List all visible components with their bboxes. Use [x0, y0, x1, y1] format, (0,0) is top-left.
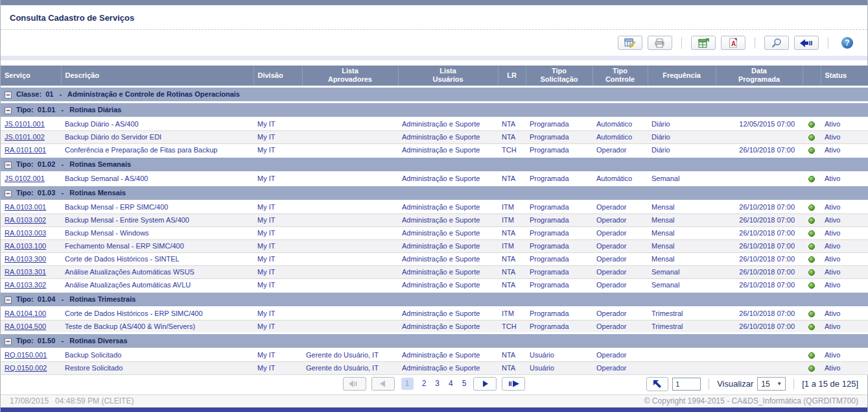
- cell-divisao: My IT: [253, 172, 302, 185]
- back-button[interactable]: [794, 36, 819, 50]
- service-link[interactable]: RA.0103.002: [5, 216, 46, 224]
- next-page-button[interactable]: [473, 377, 497, 391]
- help-button[interactable]: ?: [841, 37, 853, 49]
- cell-frequencia: Mensal: [648, 213, 716, 226]
- page-link[interactable]: 2: [422, 379, 427, 388]
- page-size-select[interactable]: 15 ▼: [757, 377, 786, 391]
- cell-aprovadores: [302, 213, 398, 226]
- last-page-button[interactable]: [502, 377, 525, 391]
- cell-aprovadores: [302, 200, 398, 213]
- cell-lr: TCH: [498, 320, 526, 333]
- service-link[interactable]: RA.0101.001: [5, 146, 46, 154]
- service-link[interactable]: JS.0102.001: [5, 175, 45, 182]
- service-link[interactable]: RA.0103.300: [5, 255, 46, 263]
- service-link[interactable]: RA.0104.100: [5, 309, 46, 317]
- column-header: Lista Aprovadores: [302, 66, 398, 86]
- cell-data: 26/10/2018 07:00: [716, 213, 803, 226]
- cell-lr: NTA: [498, 265, 526, 278]
- cell-lr: NTA: [498, 361, 526, 374]
- type-group-row: −Tipo: 01.01 - Rotinas Diárias: [1, 102, 868, 117]
- cell-usuarios: Administração e Suporte: [398, 361, 498, 374]
- service-link[interactable]: RQ.0150.002: [5, 364, 47, 372]
- status-label: Ativo: [821, 307, 868, 320]
- column-header: Descrição: [61, 66, 253, 86]
- page-number-input[interactable]: [672, 378, 701, 391]
- service-link[interactable]: RA.0103.302: [5, 281, 46, 289]
- service-link[interactable]: RA.0103.003: [5, 229, 46, 237]
- cell-frequencia: Semanal: [648, 278, 716, 291]
- cell-descricao: Backup Semanal - AS/400: [61, 172, 253, 185]
- cell-usuarios: Administração e Suporte: [398, 239, 498, 252]
- service-link[interactable]: JS.0101.001: [5, 120, 45, 128]
- cell-data: 26/10/2018 07:00: [716, 278, 803, 291]
- service-link[interactable]: JS.0101.002: [5, 133, 45, 141]
- footer-timestamp: 17/08/2015 04:48:59 PM (CLEITE): [10, 396, 134, 406]
- previous-page-button[interactable]: [371, 377, 395, 391]
- cell-data: 26/10/2018 07:00: [716, 200, 803, 213]
- cell-descricao: Corte de Dados Históricos - SINTEL: [61, 252, 253, 265]
- cell-descricao: Restore Solicitado: [61, 361, 253, 374]
- collapse-minus-icon[interactable]: −: [5, 338, 12, 345]
- status-active-dot: [808, 134, 815, 141]
- page-link[interactable]: 5: [462, 379, 467, 388]
- cell-usuarios: Administração e Suporte: [398, 117, 498, 130]
- page-link[interactable]: 3: [435, 379, 440, 388]
- collapse-minus-icon[interactable]: −: [5, 162, 12, 169]
- table-row: JS.0102.001Backup Semanal - AS/400My ITA…: [1, 172, 868, 185]
- cell-divisao: My IT: [253, 200, 302, 213]
- export-excel-button[interactable]: [691, 36, 716, 50]
- cell-data: 12/05/2015 07:00: [716, 117, 803, 130]
- print-button[interactable]: [648, 36, 672, 50]
- column-header: Status: [821, 66, 868, 86]
- export-pdf-button[interactable]: A: [721, 36, 745, 50]
- search-button[interactable]: [764, 36, 789, 50]
- collapse-minus-icon[interactable]: −: [5, 297, 12, 304]
- status-label: Ativo: [821, 348, 868, 361]
- cell-usuarios: Administração e Suporte: [398, 200, 498, 213]
- cell-aprovadores: [302, 226, 398, 239]
- collapse-minus-icon[interactable]: −: [5, 190, 12, 197]
- table-row: RA.0103.100Fechamento Mensal - ERP SIMC/…: [1, 239, 868, 252]
- cell-frequencia: Diário: [648, 143, 716, 156]
- page-current[interactable]: 1: [401, 378, 414, 390]
- cell-divisao: My IT: [253, 278, 302, 291]
- cell-divisao: My IT: [253, 130, 302, 143]
- cell-lr: TCH: [498, 143, 526, 156]
- cell-frequencia: Mensal: [648, 200, 716, 213]
- table-row: RA.0101.001Conferência e Preparação de F…: [1, 143, 868, 156]
- service-link[interactable]: RQ.0150.001: [5, 351, 47, 359]
- status-label: Ativo: [821, 361, 868, 374]
- svg-text:A: A: [731, 40, 736, 47]
- service-link[interactable]: RA.0103.001: [5, 203, 46, 211]
- cell-solicitacao: Programada: [526, 320, 592, 333]
- customize-grid-button[interactable]: [618, 36, 642, 50]
- cell-data: 26/10/2018 07:00: [716, 226, 803, 239]
- record-range-label: [1 a 15 de 125]: [802, 379, 858, 389]
- page-link[interactable]: 4: [449, 379, 453, 388]
- status-active-dot: [808, 311, 815, 317]
- service-link[interactable]: RA.0104.500: [5, 322, 46, 330]
- cell-aprovadores: Gerente do Usuário, IT: [302, 348, 398, 361]
- type-group-row: −Tipo: 01.50 - Rotinas Diversas: [1, 333, 868, 348]
- cell-divisao: My IT: [253, 226, 302, 239]
- cell-divisao: My IT: [253, 239, 302, 252]
- cell-divisao: My IT: [253, 307, 302, 320]
- cell-frequencia: [648, 361, 716, 374]
- cell-controle: Automático: [592, 117, 648, 130]
- table-row: JS.0101.002Backup Diário do Servidor EDI…: [1, 130, 868, 143]
- cell-divisao: My IT: [253, 361, 302, 374]
- type-group-row: −Tipo: 01.02 - Rotinas Semanais: [1, 156, 868, 172]
- go-to-page-button[interactable]: [646, 377, 668, 391]
- collapse-minus-icon[interactable]: −: [5, 91, 12, 99]
- service-link[interactable]: RA.0103.100: [5, 242, 46, 250]
- table-row: RQ.0150.002Restore SolicitadoMy ITGerent…: [1, 361, 868, 374]
- status-active-dot: [808, 269, 815, 276]
- cell-data: [716, 361, 803, 374]
- service-table-body: −Classe: 01 - Administração e Controle d…: [1, 86, 868, 374]
- status-active-dot: [808, 243, 815, 250]
- pdf-export-icon: A: [729, 38, 738, 48]
- collapse-minus-icon[interactable]: −: [5, 107, 12, 114]
- first-page-button[interactable]: [343, 377, 366, 391]
- service-link[interactable]: RA.0103.301: [5, 268, 46, 276]
- cell-lr: NTA: [498, 278, 526, 291]
